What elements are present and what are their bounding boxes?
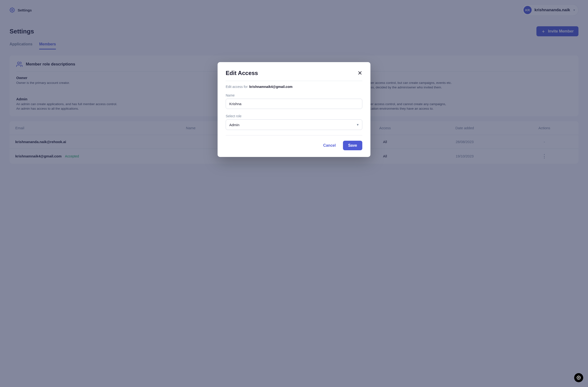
modal-overlay[interactable]: Edit Access ✕ Edit access for krishnamna…: [0, 0, 588, 387]
modal-subtitle: Edit access for krishnamnaik4@gmail.com: [226, 85, 362, 89]
gear-icon: [577, 376, 581, 380]
modal-footer: Cancel Save: [226, 135, 362, 150]
name-field-label: Name: [226, 93, 362, 97]
save-button[interactable]: Save: [343, 141, 362, 150]
cancel-button[interactable]: Cancel: [322, 143, 337, 148]
role-field-label: Select role: [226, 114, 362, 118]
svg-point-2: [578, 377, 579, 378]
modal-title: Edit Access: [226, 70, 258, 76]
settings-fab[interactable]: [574, 373, 583, 382]
chevron-down-icon: ▾: [357, 123, 359, 127]
name-input[interactable]: [226, 99, 362, 109]
role-field-block: Select role Admin ▾: [226, 114, 362, 130]
modal-subtitle-email: krishnamnaik4@gmail.com: [249, 85, 293, 89]
role-select-value: Admin: [229, 123, 240, 127]
close-icon[interactable]: ✕: [357, 70, 362, 76]
modal-subtitle-prefix: Edit access for: [226, 85, 248, 89]
modal-header: Edit Access ✕: [226, 70, 362, 81]
edit-access-modal: Edit Access ✕ Edit access for krishnamna…: [218, 62, 370, 157]
name-field-block: Name: [226, 93, 362, 109]
role-select[interactable]: Admin ▾: [226, 119, 362, 130]
